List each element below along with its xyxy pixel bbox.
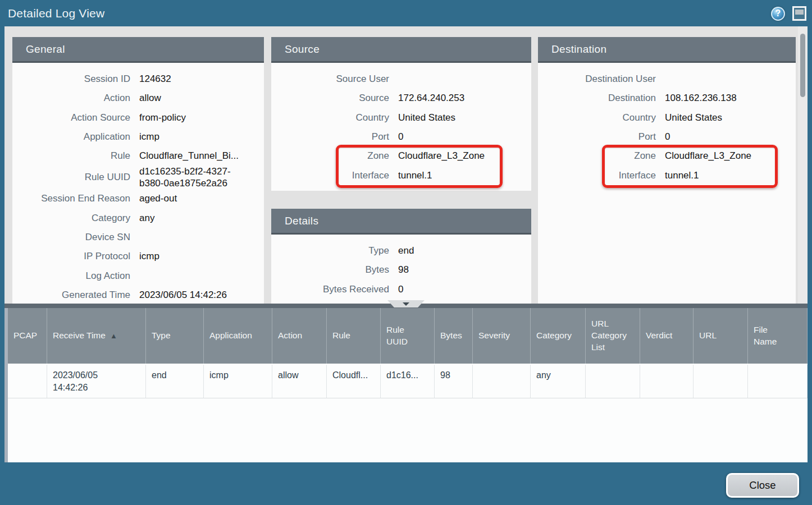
column-header-category[interactable]: Category (531, 308, 586, 364)
dialog-titlebar: Detailed Log View ? (0, 0, 812, 26)
details-panel: Details Typeend Bytes98 Bytes Received0 (271, 209, 531, 304)
column-header-receive-time[interactable]: Receive Time▲ (47, 308, 146, 364)
field-device-sn: Device SN (12, 228, 264, 247)
field-source-interface: Interfacetunnel.1 (271, 166, 531, 185)
destination-panel-body: Destination User Destination108.162.236.… (538, 63, 796, 185)
column-header-action[interactable]: Action (272, 308, 327, 364)
column-header-url[interactable]: URL (694, 308, 748, 364)
source-panel: Source Source User Source172.64.240.253 … (271, 37, 531, 191)
cell-application: icmp (204, 365, 272, 398)
help-glyph: ? (775, 8, 781, 19)
destination-panel: Destination Destination User Destination… (538, 37, 796, 304)
cell-url-category-list (586, 365, 640, 398)
column-header-severity[interactable]: Severity (473, 308, 531, 364)
field-rule-uuid: Rule UUIDd1c16235-b2f2-4327-b380-0ae1875… (12, 166, 264, 189)
field-rule: RuleCloudflare_Tunnel_Bi... (12, 147, 264, 166)
table-row[interactable]: 2023/06/05 14:42:26 end icmp allow Cloud… (8, 364, 808, 398)
column-header-url-category-list[interactable]: URL Category List (586, 308, 640, 364)
cell-rule-uuid: d1c16... (381, 365, 435, 398)
field-source-port: Port0 (271, 127, 531, 146)
field-destination-user: Destination User (538, 70, 796, 89)
field-destination-country: CountryUnited States (538, 108, 796, 127)
field-source-user: Source User (271, 70, 531, 89)
sort-ascending-icon: ▲ (110, 331, 117, 341)
window-restore-icon[interactable] (792, 6, 806, 21)
field-destination-interface: Interfacetunnel.1 (538, 166, 796, 185)
field-application: Applicationicmp (12, 127, 264, 146)
general-panel: General Session ID124632 Actionallow Act… (12, 37, 264, 304)
help-icon[interactable]: ? (771, 7, 785, 21)
field-category: Categoryany (12, 209, 264, 228)
field-generated-time: Generated Time2023/06/05 14:42:26 (12, 286, 264, 304)
field-source-zone: ZoneCloudflare_L3_Zone (271, 147, 531, 166)
field-action: Actionallow (12, 89, 264, 108)
field-source: Source172.64.240.253 (271, 89, 531, 108)
field-action-source: Action Sourcefrom-policy (12, 108, 264, 127)
collapse-handle[interactable] (387, 300, 425, 307)
column-header-verdict[interactable]: Verdict (640, 308, 694, 364)
field-log-action: Log Action (12, 267, 264, 286)
general-panel-body: Session ID124632 Actionallow Action Sour… (12, 63, 264, 304)
field-destination-zone: ZoneCloudflare_L3_Zone (538, 147, 796, 166)
source-panel-header: Source (271, 37, 531, 63)
details-panel-body: Typeend Bytes98 Bytes Received0 (271, 235, 531, 299)
close-button[interactable]: Close (726, 473, 799, 498)
column-header-application[interactable]: Application (204, 308, 272, 364)
cell-rule: Cloudfl... (327, 365, 381, 398)
field-bytes: Bytes98 (271, 260, 531, 279)
field-session-id: Session ID124632 (12, 70, 264, 89)
cell-verdict (640, 365, 694, 398)
column-header-type[interactable]: Type (146, 308, 204, 364)
cell-receive-time: 2023/06/05 14:42:26 (47, 365, 146, 398)
field-destination: Destination108.162.236.138 (538, 89, 796, 108)
destination-panel-header: Destination (538, 37, 796, 63)
log-table: PCAP Receive Time▲ Type Application Acti… (4, 308, 808, 462)
details-panel-header: Details (271, 209, 531, 235)
field-ip-protocol: IP Protocolicmp (12, 247, 264, 267)
cell-file-name (748, 365, 808, 398)
dialog-title: Detailed Log View (8, 7, 104, 20)
cell-type: end (146, 365, 204, 398)
chevron-down-icon (403, 302, 409, 306)
cell-category: any (531, 365, 586, 398)
field-source-country: CountryUnited States (271, 108, 531, 127)
log-detail-content: General Session ID124632 Actionallow Act… (4, 26, 808, 304)
general-panel-header: General (12, 37, 264, 63)
cell-pcap (8, 365, 47, 398)
pane-splitter[interactable] (4, 304, 808, 308)
scrollbar-thumb[interactable] (800, 34, 805, 97)
column-header-rule-uuid[interactable]: Rule UUID (381, 308, 435, 364)
field-type: Typeend (271, 241, 531, 260)
column-header-bytes[interactable]: Bytes (435, 308, 473, 364)
titlebar-icons: ? (771, 6, 806, 21)
source-panel-body: Source User Source172.64.240.253 Country… (271, 63, 531, 185)
column-header-file-name[interactable]: File Name (748, 308, 808, 364)
log-table-header: PCAP Receive Time▲ Type Application Acti… (8, 308, 808, 364)
field-bytes-received: Bytes Received0 (271, 280, 531, 299)
column-header-pcap[interactable]: PCAP (8, 308, 47, 364)
cell-url (694, 365, 748, 398)
window-restore-glyph (795, 10, 804, 15)
vertical-scrollbar[interactable] (798, 26, 808, 304)
field-destination-port: Port0 (538, 127, 796, 146)
field-session-end-reason: Session End Reasonaged-out (12, 189, 264, 208)
column-header-rule[interactable]: Rule (327, 308, 381, 364)
cell-bytes: 98 (435, 365, 473, 398)
cell-action: allow (272, 365, 327, 398)
cell-severity (473, 365, 531, 398)
